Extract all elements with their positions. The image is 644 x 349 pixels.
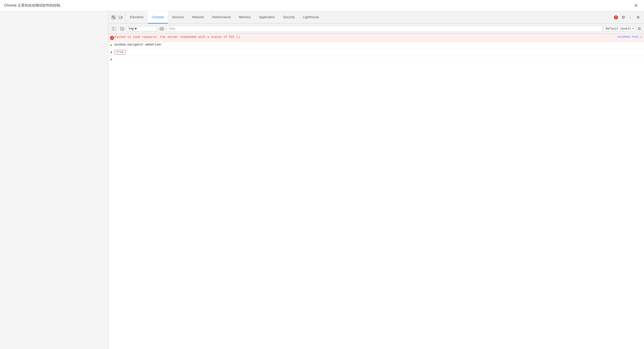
automation-banner-text: Chrome 正受到自动测试软件的控制。 — [4, 3, 64, 8]
error-count-icon: 2 — [614, 15, 618, 19]
console-toolbar: top ▼ Default levels ▾ ⚙ — [109, 24, 644, 34]
device-toolbar-button[interactable] — [118, 14, 124, 20]
true-value-box: true — [115, 50, 125, 55]
svg-rect-3 — [112, 27, 116, 31]
levels-arrow-icon: ▾ — [632, 27, 634, 31]
console-return-row: ◀ true — [109, 49, 644, 56]
console-error-row: 2 Failed to load resource: the server re… — [109, 34, 644, 42]
devtools-left-icons — [109, 11, 126, 23]
console-input-row[interactable]: ▶ — [109, 56, 644, 63]
more-options-button[interactable]: ⋮ — [627, 14, 633, 21]
tab-application[interactable]: Application — [255, 11, 279, 23]
svg-rect-2 — [122, 17, 122, 18]
console-settings-button[interactable]: ⚙ — [637, 26, 642, 32]
tab-sources[interactable]: Sources — [168, 11, 188, 23]
filter-input[interactable] — [167, 26, 603, 32]
banner-close-button[interactable]: ✕ — [632, 2, 640, 9]
tab-security[interactable]: Security — [279, 11, 299, 23]
main-content: Elements Console Sources Network Perform… — [0, 11, 644, 349]
tab-console[interactable]: Console — [148, 11, 168, 23]
tab-elements[interactable]: Elements — [126, 11, 148, 23]
console-content: 2 Failed to load resource: the server re… — [109, 34, 644, 349]
devtools-close-button[interactable]: ✕ — [634, 14, 642, 21]
svg-rect-1 — [119, 16, 121, 19]
context-value: top — [128, 27, 134, 31]
automation-banner: Chrome 正受到自动测试软件的控制。 ✕ — [0, 0, 644, 11]
settings-button[interactable]: ⚙ — [621, 14, 626, 21]
console-error-source[interactable]: 13136502.html:1 — [617, 35, 642, 38]
svg-point-7 — [160, 27, 164, 30]
true-value-text: true — [116, 51, 124, 54]
inspect-element-button[interactable] — [111, 14, 117, 20]
expand-arrow-icon[interactable]: ▶ — [111, 43, 112, 47]
devtools-panel: Elements Console Sources Network Perform… — [109, 11, 644, 349]
console-error-icon: 2 — [110, 36, 114, 40]
svg-point-8 — [161, 28, 163, 30]
clear-console-button[interactable] — [119, 26, 126, 32]
levels-label: Default levels — [606, 27, 631, 31]
browser-area — [0, 11, 109, 349]
console-error-text: Failed to load resource: the server resp… — [115, 35, 617, 39]
tab-lighthouse[interactable]: Lighthouse — [299, 11, 323, 23]
devtools-tabs-bar: Elements Console Sources Network Perform… — [109, 11, 644, 24]
tab-network[interactable]: Network — [188, 11, 208, 23]
tab-performance[interactable]: Performance — [208, 11, 235, 23]
return-arrow-icon: ◀ — [110, 50, 112, 54]
levels-selector[interactable]: Default levels ▾ — [604, 26, 636, 31]
console-navigator-row: ▶ window.navigator.webdriver — [109, 42, 644, 49]
tab-list: Elements Console Sources Network Perform… — [126, 11, 610, 23]
console-navigator-text: window.navigator.webdriver — [115, 43, 162, 46]
context-dropdown-icon: ▼ — [135, 27, 137, 31]
console-input-arrow: ▶ — [111, 58, 112, 61]
error-badge: 2 — [612, 14, 620, 20]
live-expression-button[interactable] — [158, 26, 166, 32]
devtools-right-icons: 2 ⚙ ⋮ ✕ — [610, 11, 644, 23]
svg-line-6 — [121, 28, 123, 30]
tab-memory[interactable]: Memory — [235, 11, 255, 23]
sidebar-toggle-button[interactable] — [111, 26, 118, 32]
context-selector[interactable]: top ▼ — [127, 26, 157, 31]
